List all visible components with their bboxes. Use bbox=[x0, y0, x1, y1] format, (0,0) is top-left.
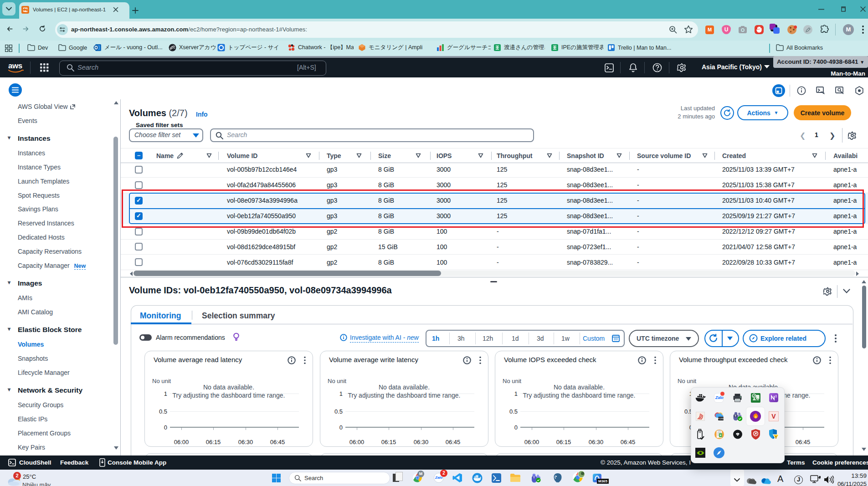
svg-text:PORB: PORB bbox=[718, 418, 724, 420]
